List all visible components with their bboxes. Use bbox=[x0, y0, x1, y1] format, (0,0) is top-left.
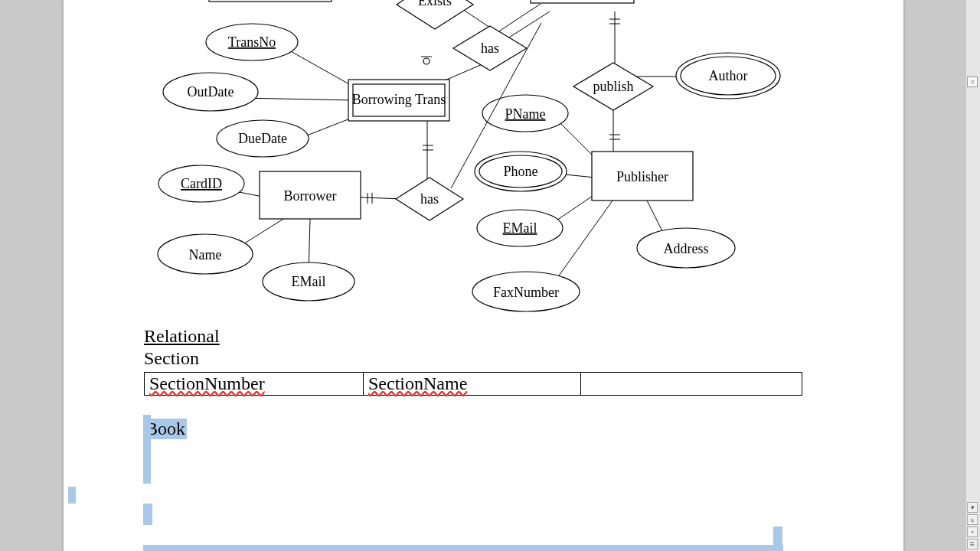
selection-mark bbox=[143, 436, 151, 484]
selection-mark bbox=[143, 504, 152, 525]
table-section-schema: SectionNumber SectionName bbox=[144, 372, 802, 396]
entity-borrowing-trans: Borrowing Trans bbox=[352, 92, 446, 107]
attr-outdate: OutDate bbox=[188, 84, 234, 99]
entity-borrower: Borrower bbox=[284, 188, 337, 204]
attr-name: Name bbox=[189, 247, 222, 262]
attr-email-pub: EMail bbox=[503, 220, 537, 236]
col-empty bbox=[581, 373, 802, 396]
attr-duedate: DueDate bbox=[238, 131, 287, 146]
scroll-down-icon[interactable]: ▾ bbox=[967, 502, 978, 513]
browse-next-icon[interactable]: ∓ bbox=[967, 539, 978, 549]
er-diagram: Exists Book has publish Author Borrowing… bbox=[64, 0, 903, 314]
attr-phone: Phone bbox=[504, 164, 538, 179]
ruler-toggle-icon[interactable]: ≡ bbox=[967, 77, 978, 87]
scroll-browse-buttons[interactable]: ▾ ± • ∓ bbox=[967, 500, 978, 549]
table-name-section: Section bbox=[144, 348, 810, 369]
selection-mark bbox=[143, 545, 783, 551]
browse-prev-icon[interactable]: ± bbox=[967, 514, 978, 525]
relational-section: Relational Section SectionNumber Section… bbox=[144, 326, 810, 439]
selection-mark bbox=[68, 487, 76, 504]
relational-heading: Relational bbox=[144, 326, 810, 347]
svg-rect-30 bbox=[209, 0, 332, 2]
attr-author: Author bbox=[709, 68, 748, 83]
svg-point-29 bbox=[423, 58, 430, 64]
rel-has-2: has bbox=[420, 191, 439, 207]
document-page: Exists Book has publish Author Borrowing… bbox=[64, 0, 903, 551]
attr-faxnumber: FaxNumber bbox=[493, 285, 559, 300]
browse-object-icon[interactable]: • bbox=[967, 527, 978, 537]
col-sectionname: SectionName bbox=[368, 373, 467, 393]
attr-cardid: CardID bbox=[181, 176, 222, 191]
svg-rect-32 bbox=[531, 0, 634, 3]
attr-transno: TransNo bbox=[228, 34, 276, 50]
attr-email-borrower: EMail bbox=[292, 274, 326, 289]
rel-exists: Exists bbox=[418, 0, 452, 8]
svg-line-6 bbox=[241, 98, 353, 100]
selection-mark bbox=[773, 527, 782, 545]
right-rail: ≡ ▾ ± • ∓ bbox=[966, 0, 980, 551]
col-sectionnumber: SectionNumber bbox=[149, 373, 265, 393]
svg-line-18 bbox=[554, 197, 615, 283]
rel-publish: publish bbox=[593, 79, 633, 94]
entity-publisher: Publisher bbox=[616, 169, 668, 184]
attr-address: Address bbox=[664, 241, 709, 256]
attr-pname: PName bbox=[505, 106, 546, 122]
rel-has-1: has bbox=[481, 41, 499, 56]
